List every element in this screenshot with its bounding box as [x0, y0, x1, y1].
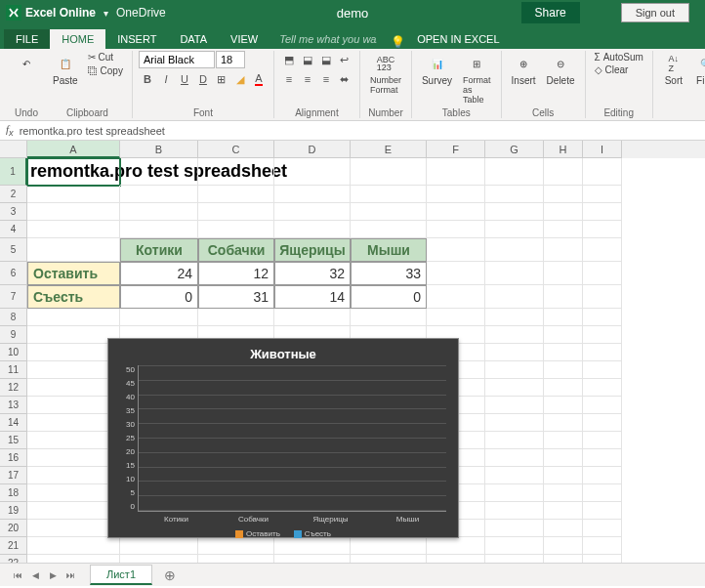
cell[interactable] [485, 203, 544, 221]
cell[interactable] [27, 555, 120, 563]
underline-button[interactable]: U [176, 70, 193, 88]
cell[interactable] [351, 555, 427, 563]
cell[interactable] [427, 203, 485, 221]
signout-button[interactable]: Sign out [621, 3, 689, 22]
cell[interactable] [544, 326, 583, 344]
cell[interactable] [485, 520, 544, 537]
cell[interactable] [274, 309, 351, 326]
cell[interactable] [27, 397, 120, 414]
cell[interactable] [198, 555, 274, 563]
cell[interactable] [120, 186, 198, 203]
cell[interactable] [583, 397, 622, 414]
cell[interactable] [583, 285, 622, 309]
row-header[interactable]: 13 [0, 397, 27, 414]
cell[interactable] [485, 555, 544, 563]
cell[interactable] [544, 262, 583, 285]
column-header[interactable]: E [351, 141, 427, 158]
cell[interactable] [27, 326, 120, 344]
cell[interactable] [120, 309, 198, 326]
row-header[interactable]: 8 [0, 309, 27, 326]
border-button[interactable]: ⊞ [213, 70, 230, 88]
cell[interactable] [583, 344, 622, 361]
sheet-last-button[interactable]: ⏭ [62, 567, 78, 583]
cell[interactable] [583, 379, 622, 397]
column-header[interactable]: D [274, 141, 351, 158]
cell[interactable]: 12 [198, 262, 274, 285]
italic-button[interactable]: I [157, 70, 175, 88]
cell[interactable] [27, 344, 120, 361]
cell[interactable] [485, 537, 544, 555]
cell[interactable] [351, 158, 427, 186]
cell[interactable] [351, 309, 427, 326]
cell[interactable] [583, 361, 622, 379]
cell[interactable] [485, 238, 544, 262]
row-header[interactable]: 12 [0, 379, 27, 397]
row-header[interactable]: 1 [0, 158, 27, 186]
cell[interactable] [27, 502, 120, 520]
cell[interactable] [427, 186, 485, 203]
cell[interactable] [485, 397, 544, 414]
cell[interactable] [583, 414, 622, 432]
cell[interactable]: Ящерицы [274, 238, 351, 262]
cell[interactable] [544, 484, 583, 502]
paste-button[interactable]: 📋Paste [49, 51, 82, 88]
align-middle-button[interactable]: ⬓ [299, 51, 316, 68]
cell[interactable] [427, 537, 485, 555]
cell[interactable] [274, 221, 351, 238]
tellme-input[interactable] [270, 29, 387, 49]
cell[interactable] [544, 238, 583, 262]
cell[interactable] [27, 449, 120, 467]
cell[interactable] [485, 432, 544, 449]
cell[interactable] [583, 484, 622, 502]
survey-button[interactable]: 📊Survey [418, 51, 456, 88]
cell[interactable] [544, 379, 583, 397]
row-header[interactable]: 4 [0, 221, 27, 238]
column-header[interactable]: F [427, 141, 485, 158]
row-header[interactable]: 2 [0, 186, 27, 203]
cell[interactable] [120, 555, 198, 563]
cell[interactable] [27, 186, 120, 203]
cell[interactable] [274, 555, 351, 563]
cell[interactable] [583, 221, 622, 238]
cell[interactable]: 33 [351, 262, 427, 285]
wrap-text-button[interactable]: ↩ [336, 51, 353, 68]
row-header[interactable]: 16 [0, 449, 27, 467]
cell[interactable] [198, 186, 274, 203]
cell[interactable] [544, 309, 583, 326]
row-header[interactable]: 6 [0, 262, 27, 285]
cell[interactable] [427, 309, 485, 326]
cell[interactable] [583, 203, 622, 221]
chart[interactable]: Животные 50454035302520151050 КотикиСоба… [107, 338, 459, 538]
cell[interactable] [485, 484, 544, 502]
cell[interactable] [544, 467, 583, 484]
share-button[interactable]: Share [521, 2, 580, 23]
column-header[interactable]: C [198, 141, 274, 158]
align-left-button[interactable]: ≡ [280, 70, 298, 88]
cell[interactable] [485, 158, 544, 186]
cell[interactable] [583, 467, 622, 484]
cell[interactable] [485, 414, 544, 432]
cell[interactable] [485, 326, 544, 344]
number-format-button[interactable]: ABC123Number Format [366, 51, 405, 97]
cell[interactable] [351, 186, 427, 203]
column-header[interactable]: I [583, 141, 622, 158]
cell[interactable] [544, 449, 583, 467]
column-header[interactable]: A [27, 141, 120, 158]
cell[interactable] [583, 326, 622, 344]
cell[interactable] [544, 432, 583, 449]
bold-button[interactable]: B [139, 70, 156, 88]
cell[interactable]: 0 [120, 285, 198, 309]
cell[interactable] [27, 414, 120, 432]
cell[interactable] [198, 309, 274, 326]
cell[interactable] [198, 537, 274, 555]
cell[interactable] [544, 344, 583, 361]
cell[interactable] [583, 555, 622, 563]
sheet-first-button[interactable]: ⏮ [10, 567, 25, 583]
cell[interactable]: 24 [120, 262, 198, 285]
cell[interactable] [27, 537, 120, 555]
row-header[interactable]: 18 [0, 484, 27, 502]
cell[interactable] [27, 203, 120, 221]
cell[interactable] [427, 555, 485, 563]
cell[interactable] [544, 285, 583, 309]
cell[interactable] [351, 537, 427, 555]
